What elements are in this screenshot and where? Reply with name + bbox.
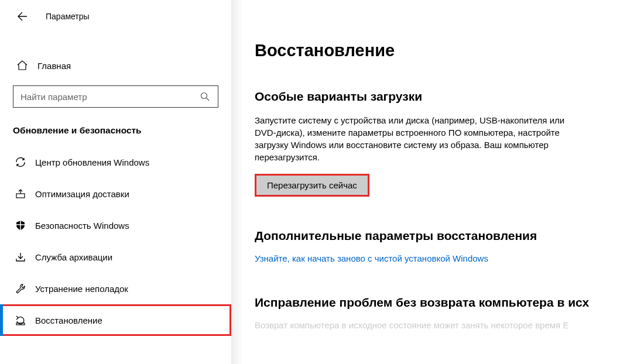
app-title: Параметры — [46, 12, 90, 21]
sidebar-item-delivery[interactable]: Оптимизация доставки — [0, 178, 231, 210]
recovery-icon — [14, 314, 27, 326]
back-button[interactable] — [16, 11, 28, 22]
category-title: Обновление и безопасность — [0, 108, 231, 146]
nav-item-label: Восстановление — [35, 315, 102, 325]
nav-item-label: Центр обновления Windows — [35, 157, 149, 167]
backup-icon — [14, 251, 27, 263]
nav-item-label: Оптимизация доставки — [35, 189, 129, 199]
section-desc-fix: Возврат компьютера в исходное состояние … — [255, 320, 620, 330]
search-box[interactable] — [13, 85, 218, 108]
back-arrow-icon — [17, 11, 28, 22]
sidebar-item-home[interactable]: Главная — [0, 51, 231, 80]
shield-icon — [14, 219, 27, 231]
home-label: Главная — [37, 61, 71, 71]
nav-item-label: Устранение неполадок — [35, 284, 128, 294]
restart-now-button[interactable]: Перезагрузить сейчас — [255, 174, 369, 197]
sidebar-item-security[interactable]: Безопасность Windows — [0, 210, 231, 241]
sidebar-item-backup[interactable]: Служба архивации — [0, 241, 231, 273]
svg-line-1 — [207, 98, 210, 101]
page-title: Восстановление — [255, 41, 620, 60]
sync-icon — [14, 156, 27, 168]
section-heading-more: Дополнительные параметры восстановления — [255, 229, 620, 243]
search-icon — [200, 92, 211, 101]
sidebar-item-update[interactable]: Центр обновления Windows — [0, 146, 231, 178]
fresh-start-link[interactable]: Узнайте, как начать заново с чистой уста… — [255, 253, 620, 263]
home-icon — [16, 60, 29, 71]
sidebar-item-recovery[interactable]: Восстановление — [0, 304, 231, 336]
wrench-icon — [14, 283, 27, 294]
svg-point-0 — [201, 93, 207, 99]
delivery-icon — [14, 188, 27, 200]
section-heading-startup: Особые варианты загрузки — [255, 90, 620, 104]
sidebar-item-troubleshoot[interactable]: Устранение неполадок — [0, 273, 231, 304]
section-desc-startup: Запустите систему с устройства или диска… — [255, 114, 583, 163]
search-input[interactable] — [20, 92, 200, 102]
header-row: Параметры — [0, 0, 231, 28]
main-content: Восстановление Особые варианты загрузки … — [231, 0, 620, 364]
nav-item-label: Безопасность Windows — [35, 221, 129, 231]
section-heading-fix: Исправление проблем без возврата компьют… — [255, 296, 620, 310]
nav-item-label: Служба архивации — [35, 252, 112, 262]
svg-rect-2 — [16, 194, 25, 198]
sidebar: Параметры Главная Обновление и безопасно… — [0, 0, 231, 364]
